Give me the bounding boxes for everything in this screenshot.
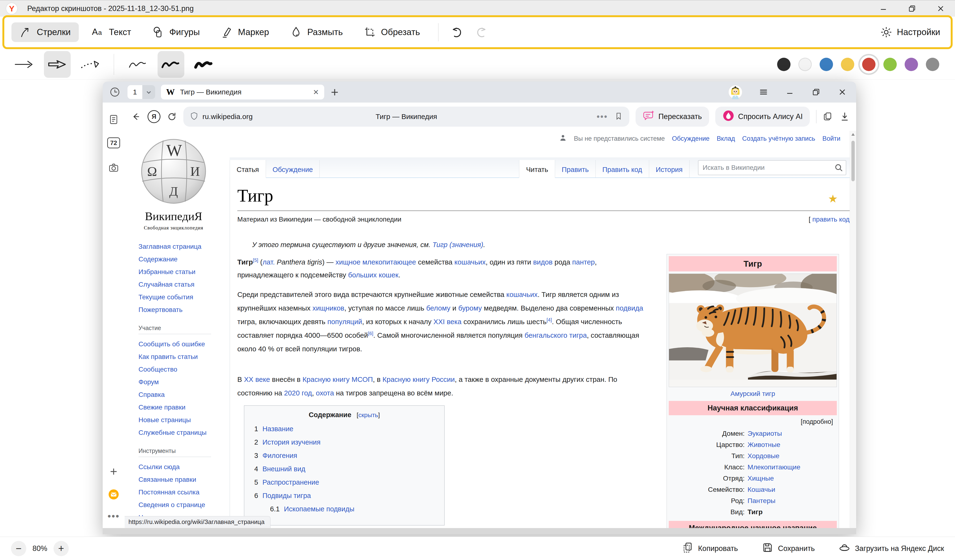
style-squiggle-thin-button[interactable] <box>125 51 151 78</box>
toc-link[interactable]: Ископаемые подвиды <box>284 505 354 513</box>
toc-link[interactable]: Внешний вид <box>262 465 305 473</box>
wiki-link[interactable]: править код <box>813 215 850 223</box>
shield-icon[interactable] <box>189 112 199 122</box>
tiger-photo-caption[interactable]: Амурский тигр <box>669 387 837 401</box>
restore-button[interactable] <box>898 0 926 17</box>
wiki-link[interactable]: бенгальского тигра <box>524 331 587 339</box>
collections-icon[interactable] <box>823 111 833 122</box>
page-scrollbar[interactable] <box>850 131 856 528</box>
undo-icon[interactable] <box>449 26 462 39</box>
style-squiggle-thick-button[interactable] <box>191 51 217 78</box>
copy-button[interactable]: Копировать <box>682 542 738 555</box>
browser-close-icon[interactable] <box>837 87 847 97</box>
toc-link[interactable]: История изучения <box>262 438 320 446</box>
toc-link[interactable]: Филогения <box>262 452 297 459</box>
style-arrow-line-button[interactable] <box>11 51 38 78</box>
tab-group-button[interactable]: 1 <box>127 85 155 99</box>
wiki-link[interactable]: подвида <box>616 304 643 312</box>
sidebar-link[interactable]: Справка <box>138 391 165 398</box>
color-white[interactable] <box>798 58 812 71</box>
tabs-counter-badge[interactable]: 72 <box>107 137 120 148</box>
sidebar-link[interactable]: Свежие правки <box>138 404 186 411</box>
wiki-link[interactable]: [5] <box>253 257 258 263</box>
yandex-browser-icon[interactable]: Я <box>147 110 160 123</box>
reload-icon[interactable] <box>167 111 177 122</box>
namespace-tab[interactable]: Обсуждение <box>266 160 320 178</box>
scrollbar-thumb[interactable] <box>852 141 855 181</box>
wiki-link[interactable]: кошачьих <box>506 290 538 298</box>
close-button[interactable] <box>926 0 955 17</box>
taxon-link[interactable]: Животные <box>748 441 780 448</box>
sidebar-link[interactable]: Постоянная ссылка <box>138 488 199 496</box>
screenshot-icon[interactable] <box>108 162 119 173</box>
minimize-button[interactable] <box>869 0 898 17</box>
retell-button[interactable]: Пересказать <box>636 107 709 126</box>
wiki-link[interactable]: пантер <box>572 258 595 266</box>
tiger-photo[interactable] <box>669 273 837 387</box>
wiki-link[interactable]: Тигр (значения) <box>432 241 483 248</box>
browser-tab[interactable]: W Тигр — Википедия ✕ <box>161 85 324 100</box>
wiki-link[interactable]: охота <box>316 389 334 397</box>
wiki-link[interactable]: XX веке <box>244 375 270 383</box>
notes-icon[interactable] <box>108 114 119 125</box>
sidebar-link[interactable]: Заглавная страница <box>138 243 202 250</box>
browser-minimize-icon[interactable] <box>784 87 795 97</box>
sidebar-link[interactable]: Служебные страницы <box>138 429 207 436</box>
new-tab-button[interactable]: + <box>331 86 338 98</box>
sidebar-link[interactable]: Избранные статьи <box>138 268 196 276</box>
toc-link[interactable]: Распространение <box>262 479 319 486</box>
back-icon[interactable] <box>131 111 141 122</box>
tool-arrows-button[interactable]: Стрелки <box>11 22 79 42</box>
search-input[interactable] <box>698 160 846 175</box>
search-icon[interactable] <box>834 163 843 172</box>
style-arrow-dashed-button[interactable] <box>77 51 103 78</box>
user-link[interactable]: Создать учётную запись <box>742 135 815 142</box>
profile-avatar[interactable] <box>728 85 742 99</box>
wiki-link[interactable]: лат. <box>263 258 275 266</box>
wiki-link[interactable]: видов <box>533 258 553 266</box>
sidebar-link[interactable]: Новые страницы <box>138 416 191 424</box>
wiki-link[interactable]: [6] <box>368 331 373 336</box>
tab-close-icon[interactable]: ✕ <box>313 88 319 96</box>
add-panel-button[interactable]: + <box>110 466 117 477</box>
sidebar-link[interactable]: Пожертвовать <box>138 306 183 314</box>
wiki-link[interactable]: 2020 год <box>284 389 312 397</box>
wiki-link[interactable]: Красную книгу МСОП <box>302 375 373 383</box>
history-icon[interactable] <box>110 87 121 98</box>
sidebar-link[interactable]: Сообщить об ошибке <box>138 340 205 348</box>
toc-hide-link[interactable]: [скрыть] <box>357 412 380 418</box>
style-squiggle-medium-button[interactable] <box>158 51 184 78</box>
taxon-link[interactable]: Хордовые <box>748 452 780 460</box>
settings-button[interactable]: Настройки <box>880 26 940 38</box>
sidebar-link[interactable]: Ссылки сюда <box>138 463 180 471</box>
scrollbar-up-arrow[interactable] <box>852 133 855 136</box>
toc-link[interactable]: Название <box>262 425 293 433</box>
taxon-link[interactable]: Пантеры <box>748 497 775 504</box>
ask-alice-button[interactable]: Спросить Алису AI <box>715 107 810 126</box>
view-tab[interactable]: Править <box>555 160 596 178</box>
toc-link[interactable]: Подвиды тигра <box>262 492 311 499</box>
user-link[interactable]: Обсуждение <box>672 135 709 142</box>
taxon-link[interactable]: Млекопитающие <box>748 463 800 471</box>
color-black[interactable] <box>777 58 791 71</box>
wiki-link[interactable]: [4] <box>546 317 552 323</box>
downloads-icon[interactable] <box>839 111 850 122</box>
tool-text-button[interactable]: AaТекст <box>83 22 139 42</box>
wiki-link[interactable]: хищное млекопитающее <box>335 258 416 266</box>
browser-restore-icon[interactable] <box>811 87 821 97</box>
color-gray[interactable] <box>926 58 939 71</box>
color-purple[interactable] <box>905 58 918 71</box>
address-bar[interactable]: ru.wikipedia.org Тигр — Википедия ••• <box>183 107 629 126</box>
sidebar-link[interactable]: Случайная статья <box>138 281 194 288</box>
taxon-link[interactable]: Кошачьи <box>748 485 775 493</box>
tool-marker-button[interactable]: Маркер <box>213 22 277 42</box>
tool-crop-button[interactable]: Обрезать <box>356 22 428 42</box>
wiki-link[interactable]: Красную книгу России <box>382 375 455 383</box>
more-icon[interactable]: ••• <box>108 511 120 522</box>
wiki-link[interactable]: бурому <box>458 304 482 312</box>
wiki-link[interactable]: больших кошек <box>348 271 398 279</box>
ellipsis-icon[interactable]: ••• <box>596 112 608 122</box>
namespace-tab[interactable]: Статья <box>230 160 266 178</box>
taxon-link[interactable]: Эукариоты <box>748 429 782 437</box>
sidebar-link[interactable]: Как править статьи <box>138 353 198 360</box>
